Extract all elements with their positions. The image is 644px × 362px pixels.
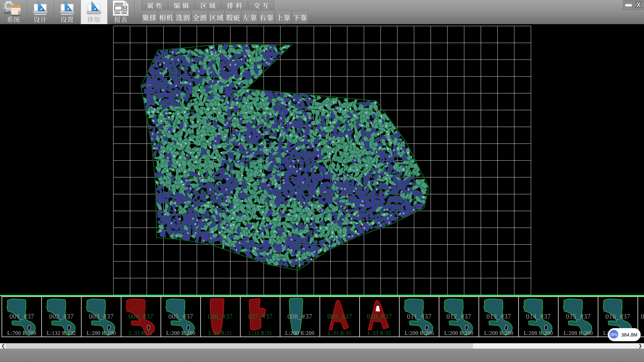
svg-text:003_#37: 003_#37 <box>89 313 114 320</box>
svg-text:015_#37: 015_#37 <box>566 313 591 320</box>
svg-text:004_#37: 004_#37 <box>128 313 153 320</box>
svg-text:L:21 R:21: L:21 R:21 <box>209 330 232 336</box>
svg-text:L:200 R:200: L:200 R:200 <box>87 330 116 336</box>
svg-text:012_#37: 012_#37 <box>446 313 471 320</box>
svg-text:L:31 R:31: L:31 R:31 <box>249 330 272 336</box>
svg-text:L:200 R:200: L:200 R:200 <box>564 330 593 336</box>
svg-text:006_#37: 006_#37 <box>208 313 233 320</box>
svg-text:L:200 R:200: L:200 R:200 <box>524 330 553 336</box>
svg-text:L:33 R:31: L:33 R:31 <box>368 330 391 336</box>
svg-text:016_#37: 016_#37 <box>605 313 630 320</box>
svg-text:L:200 R:200: L:200 R:200 <box>484 330 514 336</box>
svg-text:L:200 R:200: L:200 R:200 <box>166 330 196 336</box>
svg-text:L:200 R:200: L:200 R:200 <box>444 330 474 336</box>
svg-text:002_#37: 002_#37 <box>49 313 74 320</box>
svg-text:L:31 R:31: L:31 R:31 <box>129 330 153 336</box>
svg-text:0: 0 <box>641 313 644 320</box>
svg-text:L:31 R:31: L:31 R:31 <box>328 330 352 336</box>
svg-text:007_#37: 007_#37 <box>248 313 273 320</box>
svg-text:014_#37: 014_#37 <box>526 313 551 320</box>
svg-text:L:132 R:132: L:132 R:132 <box>47 330 76 336</box>
svg-text:010_#37: 010_#37 <box>367 313 392 320</box>
svg-text:011_#37: 011_#37 <box>407 313 431 320</box>
svg-text:009_#37: 009_#37 <box>327 313 352 320</box>
svg-text:L:200 R:200: L:200 R:200 <box>405 330 434 336</box>
svg-text:001_#37: 001_#37 <box>9 313 34 320</box>
svg-text:L:700 R:700: L:700 R:700 <box>7 330 37 336</box>
svg-text:008_#37: 008_#37 <box>287 313 312 320</box>
svg-text:005_#37: 005_#37 <box>168 313 193 320</box>
svg-text:L:200 R:200: L:200 R:200 <box>285 330 315 336</box>
svg-text:013_#37: 013_#37 <box>486 313 511 320</box>
